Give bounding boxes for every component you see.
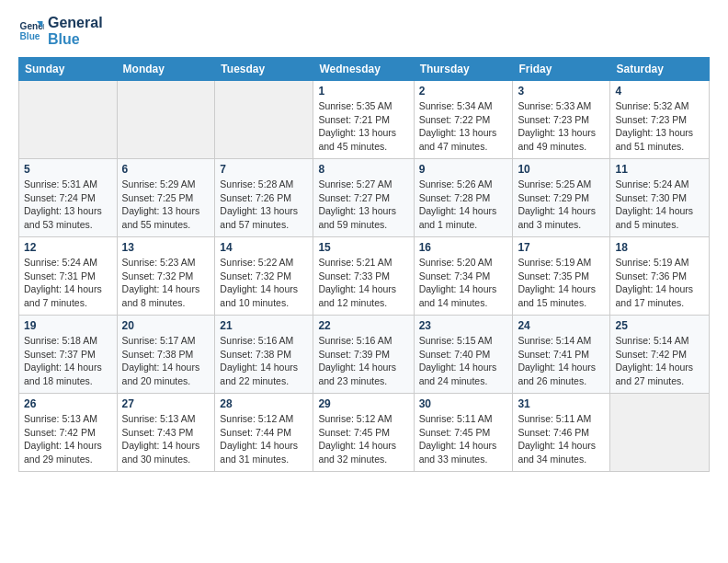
- day-cell: 27Sunrise: 5:13 AMSunset: 7:43 PMDayligh…: [117, 394, 215, 472]
- day-info: Sunrise: 5:29 AMSunset: 7:25 PMDaylight:…: [122, 178, 210, 232]
- day-cell: 15Sunrise: 5:21 AMSunset: 7:33 PMDayligh…: [313, 237, 414, 316]
- day-info: Sunrise: 5:33 AMSunset: 7:23 PMDaylight:…: [518, 99, 605, 154]
- calendar-table: SundayMondayTuesdayWednesdayThursdayFrid…: [18, 57, 710, 472]
- day-cell: 6Sunrise: 5:29 AMSunset: 7:25 PMDaylight…: [117, 159, 215, 237]
- day-cell: 9Sunrise: 5:26 AMSunset: 7:28 PMDaylight…: [414, 159, 513, 237]
- day-cell: 28Sunrise: 5:12 AMSunset: 7:44 PMDayligh…: [215, 394, 313, 472]
- day-header-sunday: Sunday: [19, 58, 118, 81]
- day-info: Sunrise: 5:24 AMSunset: 7:31 PMDaylight:…: [24, 256, 112, 310]
- day-header-thursday: Thursday: [414, 58, 513, 81]
- day-info: Sunrise: 5:14 AMSunset: 7:41 PMDaylight:…: [518, 334, 605, 388]
- day-number: 18: [615, 241, 704, 254]
- week-row-2: 5Sunrise: 5:31 AMSunset: 7:24 PMDaylight…: [19, 159, 710, 237]
- day-cell: 8Sunrise: 5:27 AMSunset: 7:27 PMDaylight…: [313, 159, 414, 237]
- day-info: Sunrise: 5:24 AMSunset: 7:30 PMDaylight:…: [615, 178, 704, 232]
- day-cell: 7Sunrise: 5:28 AMSunset: 7:26 PMDaylight…: [215, 159, 313, 237]
- day-number: 28: [220, 397, 308, 410]
- day-cell: 14Sunrise: 5:22 AMSunset: 7:32 PMDayligh…: [215, 237, 313, 316]
- day-cell: [19, 81, 118, 159]
- day-cell: [117, 81, 215, 159]
- day-cell: 26Sunrise: 5:13 AMSunset: 7:42 PMDayligh…: [19, 394, 118, 472]
- day-header-monday: Monday: [117, 58, 215, 81]
- day-info: Sunrise: 5:12 AMSunset: 7:44 PMDaylight:…: [220, 412, 308, 466]
- header: General Blue General Blue: [18, 15, 710, 48]
- day-number: 11: [615, 163, 704, 176]
- day-cell: 22Sunrise: 5:16 AMSunset: 7:39 PMDayligh…: [313, 316, 414, 394]
- day-number: 1: [318, 85, 408, 98]
- day-number: 17: [518, 241, 605, 254]
- day-number: 14: [220, 241, 308, 254]
- day-info: Sunrise: 5:23 AMSunset: 7:32 PMDaylight:…: [122, 256, 210, 310]
- logo: General Blue General Blue: [18, 15, 103, 48]
- day-info: Sunrise: 5:17 AMSunset: 7:38 PMDaylight:…: [122, 334, 210, 388]
- day-cell: 21Sunrise: 5:16 AMSunset: 7:38 PMDayligh…: [215, 316, 313, 394]
- day-info: Sunrise: 5:27 AMSunset: 7:27 PMDaylight:…: [318, 178, 408, 232]
- day-number: 16: [419, 241, 508, 254]
- day-number: 26: [24, 397, 112, 410]
- day-number: 8: [318, 163, 408, 176]
- day-info: Sunrise: 5:16 AMSunset: 7:38 PMDaylight:…: [220, 334, 308, 388]
- day-info: Sunrise: 5:22 AMSunset: 7:32 PMDaylight:…: [220, 256, 308, 310]
- day-number: 22: [318, 319, 408, 332]
- day-info: Sunrise: 5:16 AMSunset: 7:39 PMDaylight:…: [318, 334, 408, 388]
- day-cell: 23Sunrise: 5:15 AMSunset: 7:40 PMDayligh…: [414, 316, 513, 394]
- day-header-friday: Friday: [513, 58, 610, 81]
- days-header-row: SundayMondayTuesdayWednesdayThursdayFrid…: [19, 58, 710, 81]
- day-info: Sunrise: 5:14 AMSunset: 7:42 PMDaylight:…: [615, 334, 704, 388]
- day-info: Sunrise: 5:28 AMSunset: 7:26 PMDaylight:…: [220, 178, 308, 232]
- week-row-4: 19Sunrise: 5:18 AMSunset: 7:37 PMDayligh…: [19, 316, 710, 394]
- svg-text:Blue: Blue: [20, 31, 40, 41]
- day-number: 6: [122, 163, 210, 176]
- day-info: Sunrise: 5:20 AMSunset: 7:34 PMDaylight:…: [419, 256, 508, 310]
- logo-text-line1: General: [48, 15, 103, 31]
- week-row-3: 12Sunrise: 5:24 AMSunset: 7:31 PMDayligh…: [19, 237, 710, 316]
- day-number: 4: [615, 85, 704, 98]
- day-info: Sunrise: 5:31 AMSunset: 7:24 PMDaylight:…: [24, 178, 112, 232]
- day-cell: 19Sunrise: 5:18 AMSunset: 7:37 PMDayligh…: [19, 316, 118, 394]
- day-number: 13: [122, 241, 210, 254]
- day-info: Sunrise: 5:18 AMSunset: 7:37 PMDaylight:…: [24, 334, 112, 388]
- day-number: 9: [419, 163, 508, 176]
- day-number: 31: [518, 397, 605, 410]
- day-number: 5: [24, 163, 112, 176]
- day-info: Sunrise: 5:34 AMSunset: 7:22 PMDaylight:…: [419, 99, 508, 154]
- day-info: Sunrise: 5:19 AMSunset: 7:35 PMDaylight:…: [518, 256, 605, 310]
- week-row-1: 1Sunrise: 5:35 AMSunset: 7:21 PMDaylight…: [19, 81, 710, 159]
- day-info: Sunrise: 5:13 AMSunset: 7:43 PMDaylight:…: [122, 412, 210, 466]
- day-number: 10: [518, 163, 605, 176]
- day-cell: 16Sunrise: 5:20 AMSunset: 7:34 PMDayligh…: [414, 237, 513, 316]
- day-cell: 1Sunrise: 5:35 AMSunset: 7:21 PMDaylight…: [313, 81, 414, 159]
- day-cell: 2Sunrise: 5:34 AMSunset: 7:22 PMDaylight…: [414, 81, 513, 159]
- day-number: 29: [318, 397, 408, 410]
- day-number: 25: [615, 319, 704, 332]
- day-header-saturday: Saturday: [610, 58, 710, 81]
- day-header-wednesday: Wednesday: [313, 58, 414, 81]
- logo-icon: General Blue: [18, 18, 44, 44]
- day-cell: 12Sunrise: 5:24 AMSunset: 7:31 PMDayligh…: [19, 237, 118, 316]
- day-number: 3: [518, 85, 605, 98]
- day-info: Sunrise: 5:25 AMSunset: 7:29 PMDaylight:…: [518, 178, 605, 232]
- day-number: 30: [419, 397, 508, 410]
- day-cell: [215, 81, 313, 159]
- day-cell: 5Sunrise: 5:31 AMSunset: 7:24 PMDaylight…: [19, 159, 118, 237]
- day-cell: 3Sunrise: 5:33 AMSunset: 7:23 PMDaylight…: [513, 81, 610, 159]
- day-cell: 13Sunrise: 5:23 AMSunset: 7:32 PMDayligh…: [117, 237, 215, 316]
- day-number: 19: [24, 319, 112, 332]
- day-info: Sunrise: 5:26 AMSunset: 7:28 PMDaylight:…: [419, 178, 508, 232]
- day-info: Sunrise: 5:19 AMSunset: 7:36 PMDaylight:…: [615, 256, 704, 310]
- day-number: 7: [220, 163, 308, 176]
- day-cell: 20Sunrise: 5:17 AMSunset: 7:38 PMDayligh…: [117, 316, 215, 394]
- day-info: Sunrise: 5:21 AMSunset: 7:33 PMDaylight:…: [318, 256, 408, 310]
- day-info: Sunrise: 5:11 AMSunset: 7:45 PMDaylight:…: [419, 412, 508, 466]
- day-cell: 4Sunrise: 5:32 AMSunset: 7:23 PMDaylight…: [610, 81, 710, 159]
- day-cell: 24Sunrise: 5:14 AMSunset: 7:41 PMDayligh…: [513, 316, 610, 394]
- week-row-5: 26Sunrise: 5:13 AMSunset: 7:42 PMDayligh…: [19, 394, 710, 472]
- day-cell: 31Sunrise: 5:11 AMSunset: 7:46 PMDayligh…: [513, 394, 610, 472]
- day-cell: 25Sunrise: 5:14 AMSunset: 7:42 PMDayligh…: [610, 316, 710, 394]
- day-cell: 30Sunrise: 5:11 AMSunset: 7:45 PMDayligh…: [414, 394, 513, 472]
- day-number: 15: [318, 241, 408, 254]
- day-number: 2: [419, 85, 508, 98]
- day-cell: 11Sunrise: 5:24 AMSunset: 7:30 PMDayligh…: [610, 159, 710, 237]
- day-number: 23: [419, 319, 508, 332]
- day-cell: 29Sunrise: 5:12 AMSunset: 7:45 PMDayligh…: [313, 394, 414, 472]
